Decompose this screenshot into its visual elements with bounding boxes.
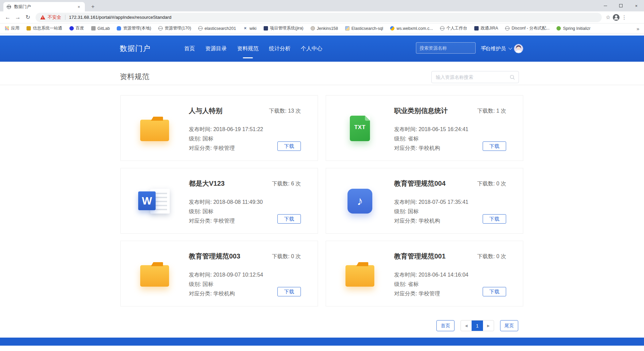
globe-icon: [440, 26, 444, 31]
publish-time: 发布时间: 2018-06-14 14:16:04: [394, 270, 468, 280]
resource-card-grid: 人与人特别 下载数: 13 次 发布时间: 2018-06-19 17:51:2…: [120, 95, 523, 306]
wiki-icon: [243, 26, 248, 31]
download-button[interactable]: 下载: [277, 287, 301, 296]
download-button[interactable]: 下载: [483, 287, 506, 296]
nav-item-resource-standard[interactable]: 资料规范: [237, 45, 259, 52]
browser-tab-strip: 数据门户 × + ×: [0, 0, 644, 11]
browser-tab[interactable]: 数据门户 ×: [3, 2, 85, 11]
minimize-icon: [604, 6, 607, 6]
bookmark-resource-170[interactable]: 资源管理(170): [158, 25, 191, 31]
tab-title: 数据门户: [14, 4, 76, 10]
bookmark-baidu[interactable]: 百度: [69, 25, 84, 31]
bookmark-zhengtong-jira[interactable]: 政通JIRA: [474, 25, 498, 31]
cloud-icon: [117, 26, 121, 31]
page-search-input[interactable]: [432, 71, 509, 83]
bookmark-wiki[interactable]: wiki: [243, 26, 257, 31]
current-page[interactable]: 1: [472, 320, 483, 331]
publish-time: 发布时间: 2018-09-07 10:12:54: [189, 270, 263, 280]
refresh-icon[interactable]: ↻: [23, 12, 33, 22]
resource-card: 教育管理规范001 下载数: 0 次 发布时间: 2018-06-14 14:1…: [326, 241, 523, 306]
level: 级别: 国标: [189, 134, 263, 143]
nav-item-statistics[interactable]: 统计分析: [269, 45, 290, 52]
globe-icon: [505, 26, 509, 31]
portal-brand[interactable]: 数据门户: [120, 36, 151, 62]
bookmark-spring-initializr[interactable]: Spring Initializr: [556, 26, 590, 31]
page-url: 172.31.68.161/portal/#/appIndex/resource…: [69, 15, 171, 20]
bookmark-elasticsearch201[interactable]: elasticsearch201: [198, 26, 236, 31]
bookmark-jira[interactable]: 项目管理系统(jira): [264, 25, 304, 31]
page-title: 资料规范: [120, 72, 149, 82]
resource-title: 人与人特别: [189, 106, 222, 115]
navbar-search-input[interactable]: [416, 43, 482, 53]
resource-meta: 发布时间: 2018-09-07 10:12:54 级别: 国标 对应分类: 学…: [189, 270, 263, 298]
avatar[interactable]: [514, 44, 523, 53]
bookmark-info-system[interactable]: 信息系统一站通: [26, 25, 62, 31]
nav-item-home[interactable]: 首页: [184, 45, 195, 52]
profile-icon[interactable]: [612, 14, 620, 21]
nav-item-resource-catalog[interactable]: 资源目录: [205, 45, 227, 52]
nav-item-personal-center[interactable]: 个人中心: [301, 45, 322, 52]
browser-menu-icon[interactable]: ⋮: [620, 14, 629, 20]
baidu-icon: [69, 26, 74, 31]
pagination: 首页 ◀ 1 ▶ 尾页: [436, 320, 518, 331]
forward-icon[interactable]: →: [13, 12, 23, 22]
bookmark-star-icon[interactable]: ☆: [604, 14, 612, 20]
first-page-button[interactable]: 首页: [436, 320, 454, 331]
download-button[interactable]: 下载: [277, 214, 301, 224]
category: 对应分类: 学校管理: [189, 216, 263, 226]
prev-page-icon[interactable]: ◀: [461, 320, 472, 331]
globe-icon: [158, 26, 163, 31]
address-bar[interactable]: 不安全 172.31.68.161/portal/#/appIndex/reso…: [36, 13, 602, 22]
window-maximize-button[interactable]: [613, 0, 629, 11]
level: 级别: 国标: [189, 207, 263, 216]
image-icon: [345, 26, 350, 31]
browser-toolbar: ← → ↻ 不安全 172.31.68.161/portal/#/appInde…: [0, 11, 644, 23]
resource-title: 都是大V123: [189, 179, 225, 188]
webxml-icon: [390, 26, 394, 31]
search-icon[interactable]: [509, 74, 515, 80]
folder-icon: [136, 241, 173, 307]
back-icon[interactable]: ←: [3, 12, 13, 22]
word-icon-label: W: [138, 191, 156, 210]
tab-close-icon[interactable]: ×: [76, 4, 82, 9]
download-button[interactable]: 下载: [483, 214, 506, 224]
next-page-icon[interactable]: ▶: [483, 320, 494, 331]
user-menu[interactable]: 平台维护员: [481, 36, 511, 62]
resource-title: 职业类别信息统计: [394, 106, 448, 115]
publish-time: 发布时间: 2018-06-19 17:51:22: [189, 125, 263, 134]
level: 级别: 省标: [394, 134, 468, 143]
category: 对应分类: 学校机构: [394, 216, 468, 226]
new-tab-button[interactable]: +: [88, 2, 98, 11]
bookmark-resource-local[interactable]: 资源管理(本地): [117, 25, 151, 31]
bookmark-workbench[interactable]: 个人工作台: [440, 25, 468, 31]
window-minimize-button[interactable]: [598, 0, 613, 11]
bookmark-webxml[interactable]: ws.webxml.com.c...: [390, 26, 433, 31]
download-button[interactable]: 下载: [483, 141, 506, 151]
resource-card: TXT 职业类别信息统计 下载数: 1 次 发布时间: 2018-06-15 1…: [326, 95, 523, 161]
jenkins-icon: [311, 26, 315, 31]
music-file-icon: ♪: [341, 168, 378, 234]
info-system-icon: [26, 26, 31, 31]
bookmark-elasticsearch-sql[interactable]: Elasticsearch-sql: [345, 26, 383, 31]
resource-meta: 发布时间: 2018-07-05 17:35:41 级别: 国标 对应分类: 学…: [394, 197, 468, 226]
resource-title: 教育管理规范003: [189, 252, 240, 261]
download-button[interactable]: 下载: [277, 141, 301, 151]
resource-meta: 发布时间: 2018-06-14 14:16:04 级别: 省标 对应分类: 学…: [394, 270, 468, 298]
bookmark-disconf[interactable]: Disconf - 分布式配...: [505, 25, 549, 31]
resource-title: 教育管理规范001: [394, 252, 445, 261]
last-page-button[interactable]: 尾页: [500, 320, 518, 331]
bookmarks-bar: 应用 信息系统一站通 百度 GitLab 资源管理(本地) 资源管理(170) …: [0, 23, 644, 34]
category: 对应分类: 学校机构: [394, 143, 468, 153]
resource-meta: 发布时间: 2018-06-19 17:51:22 级别: 国标 对应分类: 学…: [189, 125, 263, 153]
bookmark-apps[interactable]: 应用: [5, 25, 19, 31]
security-warning-icon: [40, 15, 45, 19]
bookmark-gitlab[interactable]: GitLab: [91, 26, 110, 31]
resource-title: 教育管理规范004: [394, 179, 445, 188]
level: 级别: 国标: [189, 280, 263, 289]
window-close-button[interactable]: ×: [629, 0, 644, 11]
level: 级别: 省标: [394, 280, 468, 289]
bookmark-jenkins[interactable]: Jenkins158: [311, 26, 338, 31]
bookmarks-overflow-icon[interactable]: »: [637, 23, 639, 34]
globe-icon: [198, 26, 203, 31]
word-doc-icon: W: [136, 168, 173, 234]
